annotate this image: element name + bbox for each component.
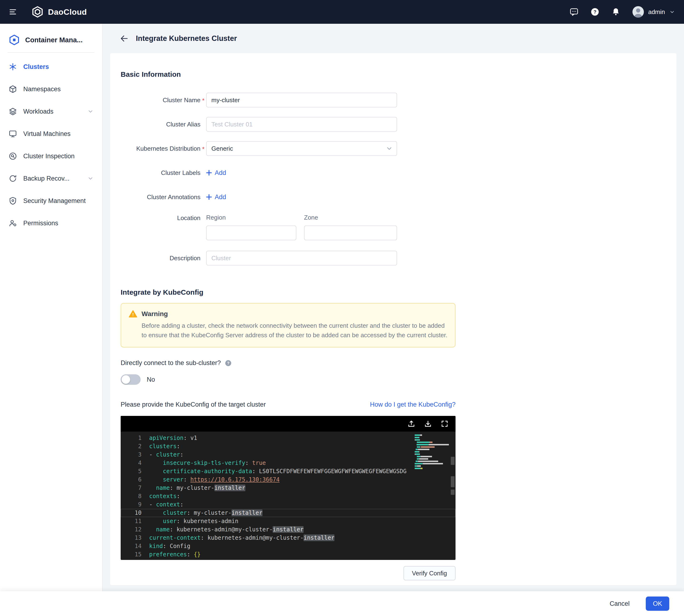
sidebar-item-namespaces[interactable]: Namespaces [0, 78, 102, 100]
app-window: DaoCloud ? admin [0, 0, 684, 616]
zone-label: Zone [304, 214, 397, 221]
sidebar-item-backup-recovery[interactable]: Backup Recov... [0, 167, 102, 190]
add-label-button[interactable]: Add [206, 166, 226, 180]
direct-connect-row: Directly connect to the sub-cluster? ? [121, 359, 665, 367]
toggle-knob [121, 375, 130, 384]
backup-recovery-icon [8, 174, 17, 183]
kubeconfig-editor: 1apiVersion: v12clusters:3- cluster:4 in… [121, 416, 456, 560]
code-line: 8contexts: [121, 492, 456, 501]
toggle-state-label: No [147, 376, 155, 383]
svg-text:?: ? [594, 9, 596, 15]
page-title: Integrate Kubernetes Cluster [136, 34, 237, 43]
sidebar-item-label: Cluster Inspection [23, 153, 74, 160]
code-line: 11 user: kubernetes-admin [121, 517, 456, 525]
upload-icon[interactable] [408, 420, 415, 427]
svg-text:?: ? [227, 361, 229, 365]
add-annotation-button[interactable]: Add [206, 190, 226, 204]
sidebar-item-label: Clusters [23, 63, 49, 71]
user-menu[interactable]: admin [632, 6, 676, 18]
chevron-down-icon [87, 108, 94, 114]
cluster-annotations-label: Cluster Annotations [121, 193, 201, 201]
chevron-down-icon [87, 175, 94, 181]
editor-body[interactable]: 1apiVersion: v12clusters:3- cluster:4 in… [121, 432, 456, 560]
download-icon[interactable] [424, 420, 432, 427]
tooltip-help-icon[interactable]: ? [225, 359, 232, 367]
sidebar-item-label: Namespaces [23, 86, 61, 93]
distribution-value: Generic [211, 145, 233, 152]
kubeconfig-heading: Integrate by KubeConfig [121, 288, 665, 296]
brand[interactable]: DaoCloud [31, 6, 87, 18]
sidebar-item-cluster-inspection[interactable]: Cluster Inspection [0, 145, 102, 167]
sidebar-item-security-management[interactable]: Security Management [0, 190, 102, 212]
avatar [632, 6, 644, 18]
verify-config-button[interactable]: Verify Config [404, 566, 456, 580]
plus-icon [206, 194, 212, 200]
sidebar-item-permissions[interactable]: Permissions [0, 212, 102, 234]
location-row: Location Region Zone [121, 214, 665, 240]
description-label: Description [121, 254, 201, 262]
direct-connect-label: Directly connect to the sub-cluster? [121, 359, 221, 367]
sidebar-item-workloads[interactable]: Workloads [0, 100, 102, 123]
sidebar-product-label: Container Mana... [25, 36, 83, 44]
menu-toggle-icon[interactable] [8, 7, 17, 16]
kubeconfig-provide-label: Please provide the KubeConfig of the tar… [121, 401, 266, 408]
code-line: 9- context: [121, 501, 456, 509]
editor-scrollbar[interactable] [450, 432, 456, 560]
code-line: 14kind: Config [121, 542, 456, 550]
direct-connect-toggle-row: No [121, 374, 665, 385]
code-line: 4 insecure-skip-tls-verify: true [121, 459, 456, 467]
plus-icon [206, 170, 212, 176]
back-arrow-icon[interactable] [120, 34, 129, 43]
scrollbar-decoration [451, 457, 455, 465]
security-management-icon [8, 197, 17, 205]
cluster-alias-input[interactable] [206, 117, 397, 132]
sidebar-item-label: Workloads [23, 108, 53, 115]
add-annotation-text: Add [215, 194, 226, 201]
cluster-alias-label: Cluster Alias [121, 120, 201, 128]
warning-icon [129, 310, 137, 318]
code-line: 13current-context: kubernetes-admin@my-c… [121, 534, 456, 542]
help-icon[interactable]: ? [590, 7, 600, 17]
sidebar-item-clusters[interactable]: Clusters [0, 56, 102, 78]
description-row: Description [121, 251, 665, 265]
top-bar: DaoCloud ? admin [0, 0, 684, 24]
kubernetes-distribution-row: Kubernetes Distribution * Generic [121, 141, 665, 156]
code-line: 6 server: https://10.6.175.130:36674 [121, 476, 456, 484]
distribution-select[interactable]: Generic [206, 141, 397, 156]
message-icon[interactable] [569, 7, 579, 17]
cluster-name-label: Cluster Name [121, 96, 201, 104]
scrollbar-decoration [451, 489, 455, 495]
warning-title: Warning [141, 310, 168, 318]
editor-minimap[interactable] [415, 435, 449, 470]
scrollbar-decoration [451, 476, 455, 487]
topbar-actions: ? admin [569, 6, 676, 18]
region-input[interactable] [206, 225, 296, 240]
main-content: Integrate Kubernetes Cluster Basic Infor… [102, 24, 684, 591]
kubernetes-distribution-label: Kubernetes Distribution [121, 145, 201, 153]
ok-button[interactable]: OK [646, 596, 669, 611]
cancel-button[interactable]: Cancel [607, 600, 633, 608]
code-line: 2clusters: [121, 442, 456, 450]
sidebar-item-virtual-machines[interactable]: Virtual Machines [0, 123, 102, 145]
cluster-name-input[interactable] [206, 93, 397, 107]
zone-input[interactable] [304, 225, 397, 240]
cluster-labels-label: Cluster Labels [121, 169, 201, 177]
description-input[interactable] [206, 251, 397, 265]
form-card: Basic Information Cluster Name * Cluster… [110, 53, 677, 585]
cluster-annotations-row: Cluster Annotations Add [121, 190, 665, 204]
page-header: Integrate Kubernetes Cluster [110, 24, 677, 53]
permissions-icon [8, 219, 17, 227]
required-marker: * [201, 144, 206, 153]
fullscreen-icon[interactable] [441, 420, 449, 427]
direct-connect-toggle[interactable] [121, 374, 141, 385]
basic-information-heading: Basic Information [121, 70, 665, 79]
sidebar-product-title[interactable]: Container Mana... [0, 31, 102, 52]
code-lines: 1apiVersion: v12clusters:3- cluster:4 in… [121, 434, 456, 559]
location-label: Location [121, 214, 201, 222]
workloads-icon [8, 107, 17, 116]
sidebar: Container Mana... Clusters Namespaces Wo… [0, 24, 102, 591]
notifications-bell-icon[interactable] [611, 7, 621, 17]
kubeconfig-help-link[interactable]: How do I get the KubeConfig? [370, 401, 456, 408]
code-line: 10 cluster: my-cluster-installer [121, 509, 456, 517]
kubeconfig-provide-row: Please provide the KubeConfig of the tar… [121, 401, 456, 408]
